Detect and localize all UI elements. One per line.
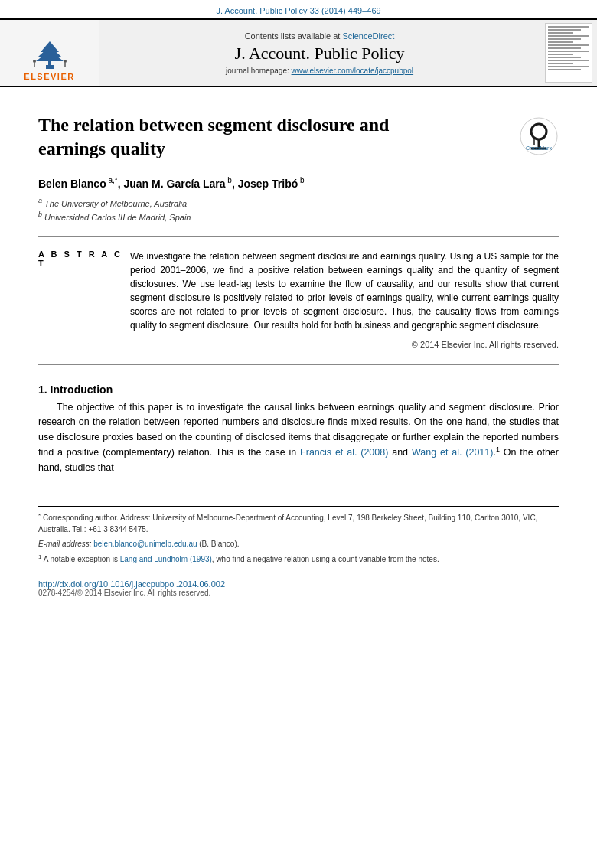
footnote-1: 1 A notable exception is Lang and Lundho… [38,553,559,565]
author-1-name: Belen Blanco [38,178,106,190]
footnote-email: E-mail address: belen.blanco@unimelb.edu… [38,538,559,550]
author-2-name: Juan M. García Lara [124,178,226,190]
elsevier-logo: ELSEVIER [24,38,74,81]
footnote-corresponding: * Corresponding author. Address: Univers… [38,511,559,535]
divider-after-affiliations [38,236,559,237]
title-section: The relation between segment disclosure … [38,103,559,173]
footnotes-area: * Corresponding author. Address: Univers… [38,506,559,566]
thumb-image [545,23,592,83]
copyright-line: © 2014 Elsevier Inc. All rights reserved… [130,338,559,351]
journal-thumbnail [540,20,597,86]
section-1-heading: 1. Introduction [38,383,559,396]
svg-point-5 [33,60,36,63]
francis-link[interactable]: Francis et al. (2008) [300,447,388,458]
divider-after-abstract [38,364,559,365]
svg-point-6 [64,60,67,63]
affiliation-2: b Universidad Carlos III de Madrid, Spai… [38,210,559,224]
svg-text:CrossMark: CrossMark [526,145,552,151]
sciencedirect-link[interactable]: ScienceDirect [342,31,394,41]
elsevier-tree-icon [27,38,73,70]
elsevier-logo-section: ELSEVIER [0,20,100,86]
affiliation-1: a The University of Melbourne, Australia [38,196,559,210]
homepage-link[interactable]: www.elsevier.com/locate/jaccpubpol [292,67,414,75]
abstract-section: A B S T R A C T We investigate the relat… [38,250,559,351]
journal-citation: J. Account. Public Policy 33 (2014) 449–… [0,0,597,18]
crossmark-box: CrossMark [519,116,559,159]
author-3-sup: b [298,176,304,184]
author-1-sup: a,* [106,176,118,184]
wang-link[interactable]: Wang et al. (2011) [412,447,493,458]
journal-name: J. Account. Public Policy [235,44,405,64]
page: J. Account. Public Policy 33 (2014) 449–… [0,0,597,868]
abstract-text: We investigate the relation between segm… [130,250,559,351]
crossmark-icon: CrossMark [519,116,559,156]
affiliation-2-text: Universidad Carlos III de Madrid, Spain [44,213,191,222]
footnote-1-sup: 1 [38,553,41,560]
abstract-label: A B S T R A C T [38,250,130,268]
affiliation-1-sup: a [38,197,42,204]
email-link[interactable]: belen.blanco@unimelb.edu.au [93,540,197,548]
contents-available-label: Contents lists available at ScienceDirec… [245,31,395,41]
affiliation-1-text: The University of Melbourne, Australia [44,199,187,208]
journal-title-section: Contents lists available at ScienceDirec… [100,20,540,86]
affiliation-2-sup: b [38,210,42,218]
intro-paragraph-1: The objective of this paper is to invest… [38,400,559,475]
journal-header: ELSEVIER Contents lists available at Sci… [0,18,597,87]
footnote-ref-1: 1 [496,445,500,453]
main-content: The relation between segment disclosure … [0,87,597,612]
article-title: The relation between segment disclosure … [38,113,436,161]
doi-link[interactable]: http://dx.doi.org/10.1016/j.jaccpubpol.2… [38,579,559,589]
footnote-star: * [38,512,41,519]
journal-homepage: journal homepage: www.elsevier.com/locat… [226,67,413,75]
authors-line: Belen Blanco a,*, Juan M. García Lara b,… [38,176,559,190]
author-3-name: Josep Tribó [238,178,298,190]
author-2-sup: b [226,176,232,184]
lang-lundholm-link[interactable]: Lang and Lundholm (1993) [120,556,212,564]
affiliations: a The University of Melbourne, Australia… [38,196,559,224]
elsevier-wordmark: ELSEVIER [24,72,74,81]
bottom-info: http://dx.doi.org/10.1016/j.jaccpubpol.2… [38,576,559,597]
issn-line: 0278-4254/© 2014 Elsevier Inc. All right… [38,589,559,597]
